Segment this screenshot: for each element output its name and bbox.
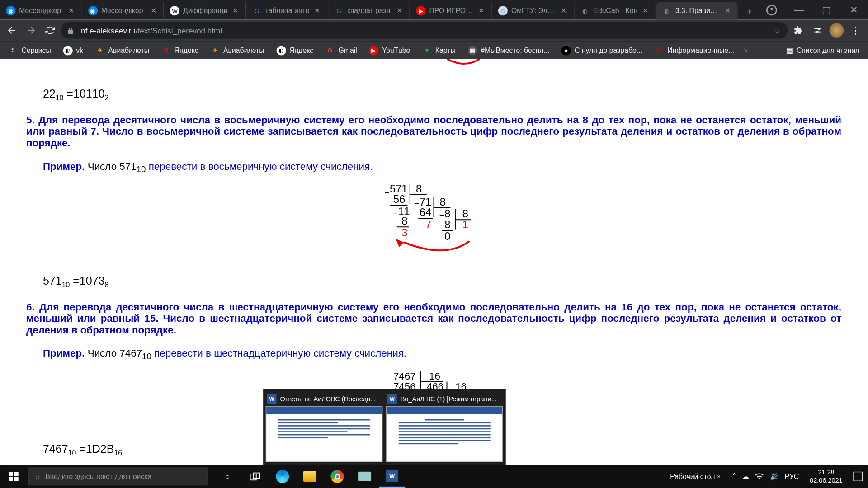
address-bar[interactable]: inf.e-alekseev.ru/text/Schisl_perevod.ht… — [61, 22, 788, 39]
clock[interactable]: 21:2802.06.2021 — [805, 469, 848, 484]
svg-text:7467: 7467 — [393, 370, 416, 381]
explorer-icon[interactable] — [297, 465, 323, 488]
equation-1: 2210 =101102 — [43, 88, 841, 103]
globe-icon: ◐ — [276, 46, 286, 55]
word-icon[interactable]: W — [379, 465, 405, 488]
language-indicator[interactable]: РУС — [785, 472, 799, 480]
taskbar-search[interactable]: ⌕Введите здесь текст для поиска — [28, 468, 207, 486]
example-6: Пример. Число 746710 перевести в шестнад… — [43, 348, 841, 361]
svg-text:0: 0 — [444, 230, 450, 242]
bookmark-avia2[interactable]: ✈Авиабилеты — [205, 42, 269, 58]
bookmark-myvmeste[interactable]: ▦#МыВместе: беспл... — [463, 42, 555, 58]
svg-text:8: 8 — [401, 215, 407, 227]
new-tab-button[interactable]: + — [741, 3, 758, 20]
forward-button[interactable] — [23, 22, 39, 39]
maximize-button[interactable]: ▢ — [813, 0, 840, 19]
overflow-icon[interactable]: » — [744, 46, 748, 54]
close-icon[interactable]: ✕ — [725, 6, 733, 14]
menu-button[interactable]: ⋮ — [847, 22, 864, 39]
word-preview-2[interactable]: WВо_АиЛ ВС (1) [Режим ограни... — [386, 392, 503, 462]
bookmark-label: Сервисы — [21, 46, 51, 54]
tab-title: ПРО ИГРОК Н — [429, 6, 475, 14]
vk-icon: ◐ — [63, 46, 72, 55]
bookmark-yandex1[interactable]: ЯЯндекс — [156, 42, 203, 58]
tab-5[interactable]: ▶ПРО ИГРОК Н✕ — [410, 2, 492, 20]
word-icon: W — [387, 394, 397, 404]
bookmark-youtube[interactable]: ▶YouTube — [364, 42, 415, 58]
close-icon[interactable]: ✕ — [68, 6, 76, 14]
wifi-icon[interactable] — [755, 473, 764, 480]
extensions-button[interactable] — [790, 22, 807, 39]
start-button[interactable] — [0, 465, 28, 488]
close-button[interactable]: ✕ — [840, 0, 868, 19]
apps-button[interactable]: ⠿Сервисы — [4, 42, 56, 58]
tab-2[interactable]: WДифференци✕ — [164, 2, 246, 20]
profile-avatar[interactable] — [828, 22, 845, 39]
close-icon[interactable]: ✕ — [314, 6, 322, 14]
taskbar-apps: ○ W — [214, 465, 405, 488]
back-button[interactable] — [4, 22, 20, 39]
close-icon[interactable]: ✕ — [561, 6, 569, 14]
show-desktop-label[interactable]: Рабочий стол» — [664, 472, 726, 480]
tab-3[interactable]: Gтаблица инте✕ — [246, 2, 328, 20]
star-icon[interactable]: ☆ — [774, 26, 782, 35]
favicon: ◐ — [580, 6, 590, 15]
close-icon[interactable]: ✕ — [478, 6, 486, 14]
taskview-button[interactable] — [242, 465, 268, 488]
minimize-button[interactable]: — — [785, 0, 813, 19]
equation-2: 57110 =10738 — [43, 274, 841, 289]
grid-icon: ⠿ — [8, 46, 18, 55]
preview-thumbnail — [266, 406, 382, 462]
bookmark-dev[interactable]: ●С нуля до разрабо... — [557, 42, 647, 58]
chrome-icon[interactable] — [324, 465, 350, 488]
notifications-icon[interactable] — [853, 472, 863, 481]
search-icon: ⌕ — [35, 472, 39, 480]
preview-title: Во_АиЛ ВС (1) [Режим ограни... — [401, 395, 497, 403]
page-content: 2210 =101102 5. Для перевода десятичного… — [0, 59, 868, 465]
settings-toggle-icon[interactable] — [809, 22, 826, 39]
svg-text:571: 571 — [390, 183, 408, 194]
tab-8-active[interactable]: ◐3.3. Правила п✕ — [656, 2, 738, 20]
close-icon[interactable]: ✕ — [642, 6, 651, 14]
taskbar-preview-popup: WОтветы по АиЛОВС (Последн... WВо_АиЛ ВС… — [263, 389, 506, 465]
reload-button[interactable] — [42, 22, 58, 39]
rule-6: 6. Для перевода десятичного числа в шест… — [26, 301, 841, 336]
close-icon[interactable]: ✕ — [151, 6, 159, 14]
system-tray: Рабочий стол» ˄ ☁ 🔊 РУС 21:2802.06.2021 — [664, 469, 868, 484]
tab-6[interactable]: ⊙ОмГТУ: Элект✕ — [492, 2, 574, 20]
cloud-icon[interactable]: ☁ — [742, 472, 749, 480]
favicon: W — [170, 6, 179, 15]
bookmark-info[interactable]: VИнформационные... — [650, 42, 739, 58]
v-icon: V — [654, 46, 664, 55]
account-icon[interactable] — [758, 0, 785, 19]
bookmark-gmail[interactable]: GGmail — [321, 42, 362, 58]
svg-rect-40 — [9, 472, 13, 476]
volume-icon[interactable]: 🔊 — [770, 472, 779, 480]
preview-thumbnail — [386, 406, 503, 462]
tab-4[interactable]: Gквадрат разн✕ — [328, 2, 410, 20]
edge-icon[interactable] — [269, 465, 296, 488]
word-preview-1[interactable]: WОтветы по АиЛОВС (Последн... — [266, 392, 382, 462]
cortana-button[interactable]: ○ — [214, 465, 241, 488]
svg-text:3: 3 — [401, 227, 407, 239]
svg-rect-43 — [14, 477, 19, 481]
tab-1[interactable]: ◉Мессенджер✕ — [82, 2, 164, 20]
close-icon[interactable]: ✕ — [232, 6, 241, 14]
bookmark-vk[interactable]: ◐vk — [58, 42, 88, 58]
bookmark-label: С нуля до разрабо... — [575, 46, 642, 54]
bookmark-label: Информационные... — [667, 46, 734, 54]
svg-point-1 — [817, 31, 819, 33]
tray-chevron-icon[interactable]: ˄ — [732, 472, 736, 480]
bookmark-avia1[interactable]: ✈Авиабилеты — [90, 42, 154, 58]
mail-icon[interactable] — [352, 465, 378, 488]
reading-list-button[interactable]: ▤Список для чтения — [782, 46, 864, 54]
tab-0[interactable]: ◉Мессенджер✕ — [0, 2, 82, 20]
bookmark-maps[interactable]: ▼Карты — [417, 42, 460, 58]
youtube-icon: ▶ — [369, 46, 378, 55]
tab-title: квадрат разн — [347, 6, 393, 14]
favicon: ◉ — [88, 6, 98, 15]
close-icon[interactable]: ✕ — [396, 6, 405, 14]
bookmark-yandex2[interactable]: ◐Яндекс — [271, 42, 318, 58]
svg-text:8: 8 — [440, 196, 446, 207]
tab-7[interactable]: ◐EduCab - Кон✕ — [574, 2, 656, 20]
